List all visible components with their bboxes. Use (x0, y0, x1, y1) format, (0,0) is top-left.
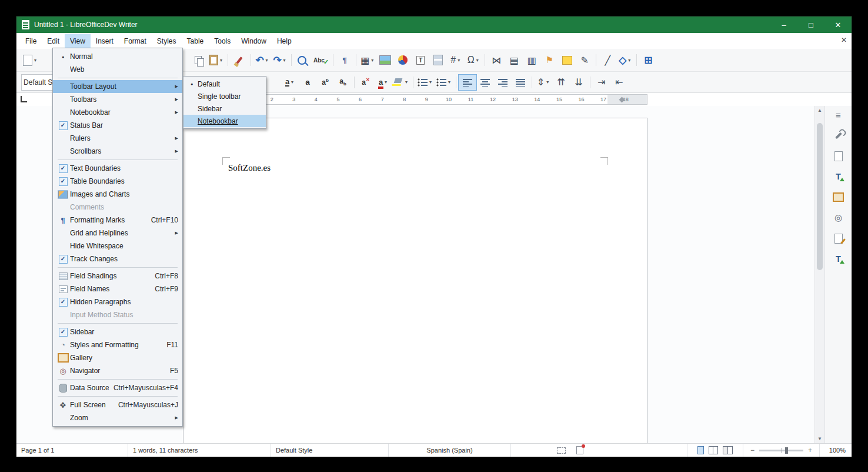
spelling-button[interactable]: Abc✓ (312, 52, 330, 68)
menu-item-grid-and-helplines[interactable]: Grid and Helplines▶ (53, 227, 182, 240)
insert-footnote-button[interactable]: ▤ (505, 52, 523, 68)
insert-frame-button[interactable]: ⊞ (639, 52, 657, 68)
menu-insert[interactable]: Insert (91, 34, 119, 48)
clear-formatting-button[interactable]: a✕ (357, 75, 375, 90)
special-character-button[interactable]: Ω▾ (465, 52, 482, 68)
menu-item-scrollbars[interactable]: Scrollbars▶ (53, 145, 182, 158)
menu-view[interactable]: View (65, 34, 91, 48)
formatting-marks-button[interactable]: ¶ (336, 52, 353, 68)
highlight-color-button[interactable]: ▾ (392, 75, 410, 90)
menu-table[interactable]: Table (182, 34, 209, 48)
track-changes-button[interactable]: ✎ (576, 52, 593, 68)
insert-textbox-button[interactable]: T (412, 52, 429, 68)
multi-page-view-button[interactable] (709, 446, 718, 454)
menu-item-status-bar[interactable]: ✓Status Bar (53, 119, 182, 132)
undo-button[interactable]: ↶▾ (253, 52, 271, 68)
zoom-in-button[interactable]: + (806, 446, 814, 454)
document-modified-icon[interactable] (576, 446, 583, 454)
basic-shapes-button[interactable]: ◇▾ (616, 52, 634, 68)
insert-image-button[interactable] (376, 52, 394, 68)
superscript-button[interactable]: ab (316, 75, 334, 90)
insert-endnote-button[interactable]: ▥ (523, 52, 540, 68)
vertical-scrollbar[interactable]: ▲ ▼ (814, 106, 824, 443)
underline-button[interactable]: a▾ (281, 75, 299, 90)
menu-item-web[interactable]: Web (53, 63, 182, 76)
menu-help[interactable]: Help (272, 34, 297, 48)
menu-item-formatting-marks[interactable]: ¶Formatting MarksCtrl+F10 (53, 214, 182, 227)
copy-button[interactable] (190, 52, 208, 68)
submenu-item-default[interactable]: ●Default (183, 78, 266, 90)
menu-item-zoom[interactable]: Zoom▶ (53, 411, 182, 424)
menu-item-table-boundaries[interactable]: ✓Table Boundaries (53, 175, 182, 188)
scroll-up-arrow[interactable]: ▲ (817, 106, 822, 115)
word-count-status[interactable]: 1 words, 11 characters (128, 444, 271, 457)
submenu-item-notebookbar[interactable]: Notebookbar (183, 115, 266, 127)
insert-chart-button[interactable] (394, 52, 412, 68)
zoom-out-button[interactable]: − (748, 446, 757, 454)
menu-item-toolbar-layout[interactable]: Toolbar Layout▶ (53, 80, 182, 93)
zoom-slider-thumb[interactable] (785, 447, 788, 454)
menu-item-full-screen[interactable]: ✥Full ScreenCtrl+Mayusculas+J (53, 398, 182, 411)
subscript-button[interactable]: ab (334, 75, 352, 90)
insert-line-button[interactable]: ╱ (599, 52, 616, 68)
submenu-item-sidebar[interactable]: Sidebar (183, 102, 266, 115)
menu-item-navigator[interactable]: ◎NavigatorF5 (53, 364, 182, 377)
insert-bookmark-button[interactable]: ⚑ (540, 52, 558, 68)
gallery-panel-icon[interactable] (833, 192, 844, 202)
language-status[interactable]: Spanish (Spain) (389, 444, 511, 457)
menu-item-rulers[interactable]: Rulers▶ (53, 132, 182, 145)
menu-styles[interactable]: Styles (152, 34, 182, 48)
insert-table-button[interactable]: ▦▾ (359, 52, 376, 68)
menu-tools[interactable]: Tools (209, 34, 236, 48)
menu-format[interactable]: Format (119, 34, 152, 48)
menu-item-normal[interactable]: ●Normal (53, 50, 182, 63)
book-view-button[interactable] (723, 446, 733, 454)
menu-item-images-and-charts[interactable]: Images and Charts (53, 188, 182, 201)
increase-indent-button[interactable]: ⇥ (593, 75, 610, 90)
zoom-level[interactable]: 100% (820, 444, 852, 457)
redo-button[interactable]: ↷▾ (271, 52, 289, 68)
menu-item-track-changes[interactable]: ✓Track Changes (53, 252, 182, 265)
insert-field-button[interactable]: #▾ (447, 52, 465, 68)
single-page-view-button[interactable] (697, 446, 704, 454)
close-document-button[interactable]: ✕ (841, 36, 847, 44)
maximize-button[interactable]: □ (797, 16, 824, 33)
menu-item-notebookbar[interactable]: Notebookbar▶ (53, 106, 182, 119)
tab-stop-selector[interactable] (21, 96, 27, 102)
styles-panel-icon[interactable]: T (833, 171, 844, 182)
line-spacing-button[interactable]: ⇕▾ (535, 75, 552, 90)
menu-item-data-sources[interactable]: Data SourcesCtrl+Mayusculas+F4 (53, 381, 182, 394)
decrease-paragraph-spacing-button[interactable]: ⇊ (570, 75, 587, 90)
menu-item-field-shadings[interactable]: Field ShadingsCtrl+F8 (53, 270, 182, 282)
zoom-slider[interactable] (759, 450, 803, 451)
insert-section-button[interactable]: ⋈ (488, 52, 505, 68)
align-justify-button[interactable] (512, 75, 529, 90)
document-text[interactable]: SoftZone.es (228, 163, 271, 173)
align-right-button[interactable] (494, 75, 512, 90)
scrollbar-thumb[interactable] (817, 123, 823, 270)
menu-item-gallery[interactable]: Gallery (53, 351, 182, 364)
manage-changes-icon[interactable] (833, 233, 844, 244)
menu-item-toolbars[interactable]: Toolbars▶ (53, 93, 182, 106)
new-document-button[interactable]: ▾ (21, 52, 39, 68)
menu-item-text-boundaries[interactable]: ✓Text Boundaries (53, 162, 182, 175)
align-center-button[interactable] (476, 75, 494, 90)
paste-button[interactable]: ▾ (208, 52, 225, 68)
strikethrough-button[interactable]: a (299, 75, 316, 90)
numbered-list-button[interactable]: ▾ (435, 75, 453, 90)
page-style-status[interactable]: Default Style (271, 444, 389, 457)
scroll-down-arrow[interactable]: ▼ (817, 434, 822, 443)
close-button[interactable]: ✕ (824, 16, 852, 33)
insert-comment-button[interactable] (558, 52, 576, 68)
design-panel-icon[interactable]: T (833, 254, 844, 264)
decrease-indent-button[interactable]: ⇤ (610, 75, 628, 90)
page-count-status[interactable]: Page 1 of 1 (16, 444, 128, 457)
selection-mode-icon[interactable] (557, 447, 566, 454)
menu-item-sidebar[interactable]: ✓Sidebar (53, 325, 182, 338)
menu-edit[interactable]: Edit (42, 34, 65, 48)
menu-item-hide-whitespace[interactable]: Hide Whitespace (53, 240, 182, 252)
menu-window[interactable]: Window (236, 34, 272, 48)
clone-formatting-button[interactable] (231, 52, 248, 68)
navigator-panel-icon[interactable]: ◎ (833, 212, 844, 223)
page-panel-icon[interactable] (833, 151, 844, 161)
